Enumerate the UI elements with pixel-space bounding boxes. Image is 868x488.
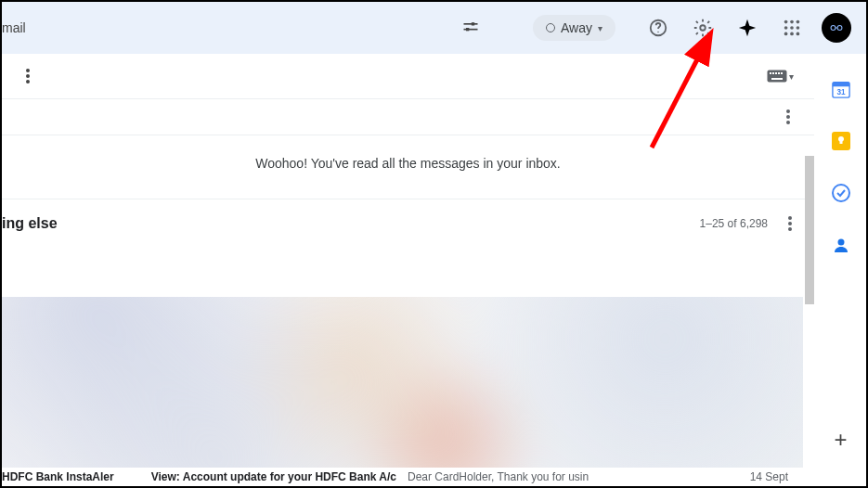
email-sender: HDFC Bank InstaAler [2, 470, 114, 483]
apps-grid-icon[interactable] [773, 9, 810, 46]
email-preview: Dear CardHolder, Thank you for usin [408, 470, 589, 483]
email-subject: View: Account update for your HDFC Bank … [151, 470, 396, 483]
svg-point-15 [797, 32, 800, 36]
scrollbar-thumb[interactable] [805, 156, 814, 304]
content-pane: ▾ Woohoo! You've read all the messages i… [2, 54, 814, 486]
svg-rect-3 [466, 28, 469, 31]
svg-point-14 [790, 32, 794, 36]
email-date: 14 Sept [750, 470, 788, 483]
svg-rect-36 [832, 83, 849, 87]
section2-more-icon[interactable] [779, 212, 801, 235]
section-toolbar: ▾ [2, 54, 814, 98]
search-options-icon[interactable] [453, 10, 488, 45]
chevron-down-icon: ▾ [598, 23, 602, 33]
contacts-icon[interactable] [832, 236, 850, 254]
svg-rect-24 [772, 72, 774, 74]
help-icon[interactable] [640, 9, 677, 46]
search-text-fragment: mail [2, 20, 26, 35]
tasks-icon[interactable] [832, 184, 850, 202]
keep-icon[interactable] [832, 132, 850, 150]
svg-point-31 [786, 121, 790, 124]
svg-point-33 [788, 222, 792, 225]
empty-inbox-message: Woohoo! You've read all the messages in … [2, 135, 814, 199]
svg-point-39 [833, 185, 849, 201]
sparkle-icon[interactable] [729, 9, 766, 46]
pagination-count: 1–25 of 6,298 [700, 217, 768, 230]
svg-rect-28 [771, 78, 783, 80]
section-header-bar [2, 98, 814, 135]
gear-icon[interactable] [684, 9, 721, 46]
more-options-icon[interactable] [17, 65, 39, 87]
svg-point-8 [790, 20, 794, 24]
svg-point-6 [700, 25, 706, 31]
svg-point-12 [797, 26, 800, 30]
section-title: ing else [2, 215, 58, 232]
top-header: mail Away ▾ [2, 2, 866, 54]
svg-point-20 [26, 74, 30, 78]
svg-rect-2 [472, 22, 474, 25]
blurred-email-list [2, 297, 803, 486]
svg-point-30 [786, 115, 790, 119]
svg-point-11 [790, 26, 794, 30]
status-dot-icon [546, 23, 555, 32]
svg-point-5 [657, 32, 658, 32]
section-everything-else: ing else 1–25 of 6,298 [2, 199, 814, 248]
svg-point-17 [837, 26, 842, 31]
account-avatar[interactable] [822, 13, 851, 43]
svg-point-7 [784, 20, 788, 24]
status-label: Away [561, 20, 592, 35]
svg-point-34 [788, 227, 792, 231]
status-chip[interactable]: Away ▾ [533, 15, 615, 41]
svg-rect-23 [770, 72, 771, 74]
svg-point-32 [788, 216, 792, 220]
email-row-partial[interactable]: HDFC Bank InstaAler View: Account update… [2, 468, 803, 486]
svg-point-9 [797, 20, 800, 24]
input-method-toggle[interactable]: ▾ [767, 70, 794, 83]
section-more-icon[interactable] [777, 106, 799, 128]
svg-point-40 [837, 239, 844, 246]
svg-rect-27 [781, 72, 783, 74]
svg-point-21 [26, 80, 30, 83]
svg-point-13 [784, 32, 788, 36]
svg-point-19 [26, 69, 30, 72]
add-panel-button[interactable]: + [832, 430, 850, 449]
side-panel: 31 + [814, 54, 866, 486]
svg-rect-25 [775, 72, 777, 74]
svg-rect-22 [768, 71, 787, 83]
svg-point-29 [786, 109, 790, 113]
svg-text:31: 31 [836, 88, 846, 96]
svg-point-10 [784, 26, 788, 30]
calendar-icon[interactable]: 31 [832, 80, 850, 98]
svg-point-16 [831, 26, 836, 31]
main-area: ▾ Woohoo! You've read all the messages i… [2, 54, 866, 486]
svg-rect-26 [778, 72, 780, 74]
